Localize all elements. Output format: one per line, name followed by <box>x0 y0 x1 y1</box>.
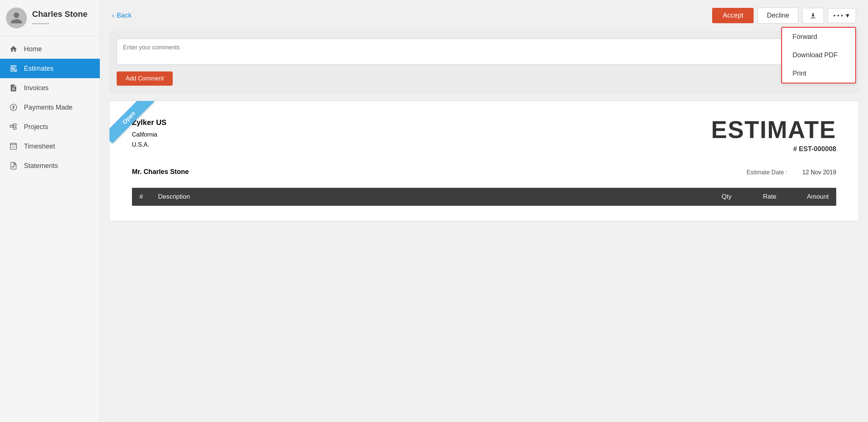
add-comment-button[interactable]: Add Comment <box>117 71 173 86</box>
sidebar-item-home[interactable]: Home <box>0 39 100 59</box>
estimate-date-value: 12 Nov 2019 <box>802 169 836 176</box>
estimate-table: # Description Qty Rate Amount <box>132 188 836 206</box>
sidebar-item-home-label: Home <box>24 45 42 53</box>
main-content: ‹ Back Accept Decline • • • ▼ Forward Do… <box>100 0 868 422</box>
document-header: Zylker US California U.S.A. ESTIMATE # E… <box>132 116 836 153</box>
document-meta: Mr. Charles Stone Estimate Date : 12 Nov… <box>132 168 836 176</box>
user-profile: Charles Stone •••••••••• <box>0 0 100 36</box>
svg-rect-5 <box>10 143 17 150</box>
client-name: Mr. Charles Stone <box>132 168 189 176</box>
sidebar-item-estimates-label: Estimates <box>24 65 53 73</box>
back-label: Back <box>117 12 132 19</box>
sidebar-item-statements[interactable]: Statements <box>0 156 100 175</box>
sidebar-item-payments[interactable]: Payments Made <box>0 98 100 117</box>
profile-name: Charles Stone <box>32 9 87 19</box>
comments-input[interactable] <box>117 39 852 65</box>
decline-button[interactable]: Decline <box>757 7 798 24</box>
table-header-qty: Qty <box>702 188 739 206</box>
dropdown-item-download-pdf[interactable]: Download PDF <box>782 46 855 64</box>
comments-section: Add Comment <box>109 31 859 93</box>
sidebar-item-timesheet-label: Timesheet <box>24 143 55 150</box>
sidebar-item-projects-label: Projects <box>24 123 48 131</box>
estimate-title: ESTIMATE <box>711 116 836 144</box>
table-header-description: Description <box>151 188 702 206</box>
svg-rect-4 <box>13 127 16 129</box>
timesheet-icon <box>9 142 18 151</box>
estimate-date-label: Estimate Date : <box>747 169 787 176</box>
avatar <box>6 7 27 28</box>
invoices-icon <box>9 83 18 92</box>
download-icon <box>809 12 817 19</box>
more-options-button[interactable]: • • • ▼ <box>828 8 856 23</box>
download-button[interactable] <box>802 8 824 24</box>
table-header-rate: Rate <box>739 188 784 206</box>
sidebar-item-projects[interactable]: Projects <box>0 117 100 137</box>
table-header-hash: # <box>132 188 151 206</box>
document-content: Zylker US California U.S.A. ESTIMATE # E… <box>110 101 859 221</box>
sidebar-navigation: Home Estimates Invoices Payments Made <box>0 36 100 175</box>
sidebar-item-timesheet[interactable]: Timesheet <box>0 137 100 156</box>
sidebar-item-estimates[interactable]: Estimates <box>0 59 100 78</box>
sidebar-item-invoices-label: Invoices <box>24 84 49 92</box>
ribbon-container: Open <box>110 101 154 146</box>
statements-icon <box>9 161 18 170</box>
dropdown-item-print[interactable]: Print <box>782 64 855 83</box>
sidebar-item-statements-label: Statements <box>24 162 58 170</box>
estimates-icon <box>9 64 18 73</box>
dropdown-menu: Forward Download PDF Print <box>781 27 856 83</box>
estimate-number: # EST-000008 <box>711 145 836 153</box>
more-dots: • • • <box>833 12 843 19</box>
sidebar-item-payments-label: Payments Made <box>24 104 73 111</box>
svg-rect-3 <box>13 124 16 126</box>
status-ribbon: Open <box>110 101 154 144</box>
svg-rect-2 <box>10 125 13 127</box>
dropdown-item-forward[interactable]: Forward <box>782 28 855 46</box>
accept-button[interactable]: Accept <box>712 8 754 23</box>
profile-subtitle: •••••••••• <box>32 21 87 27</box>
header-actions: Accept Decline • • • ▼ Forward Download … <box>712 7 856 24</box>
document-section: Open Zylker US California U.S.A. ESTIMAT… <box>109 101 859 221</box>
sidebar-item-invoices[interactable]: Invoices <box>0 78 100 98</box>
back-arrow-icon: ‹ <box>112 12 114 19</box>
table-header-amount: Amount <box>784 188 836 206</box>
home-icon <box>9 45 18 53</box>
chevron-down-icon: ▼ <box>844 12 850 19</box>
projects-icon <box>9 122 18 131</box>
header-bar: ‹ Back Accept Decline • • • ▼ Forward Do… <box>100 0 868 31</box>
payments-icon <box>9 103 18 112</box>
back-button[interactable]: ‹ Back <box>112 12 132 19</box>
sidebar: Charles Stone •••••••••• Home Estimates … <box>0 0 100 422</box>
